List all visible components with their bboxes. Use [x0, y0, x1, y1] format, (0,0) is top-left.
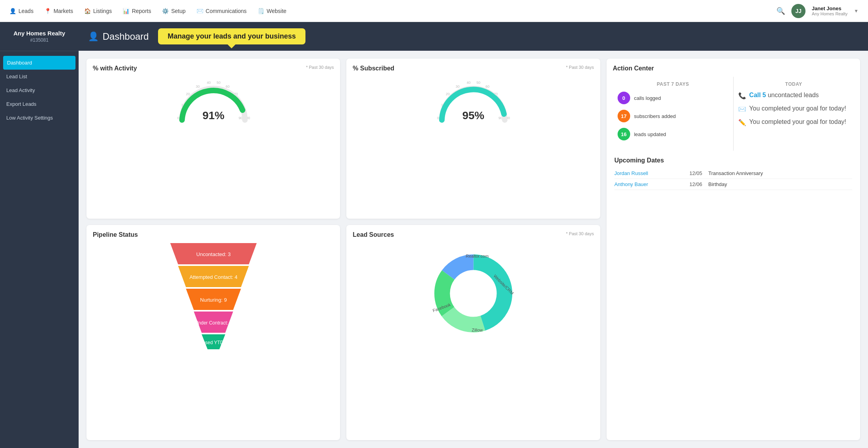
dashboard-content: % with Activity * Past 30 days 0 10 20 3… [79, 51, 868, 448]
listings-icon: 🏠 [84, 8, 91, 14]
svg-text:30: 30 [456, 85, 460, 88]
ac-calls-row: 0 calls logged [618, 92, 728, 104]
svg-text:40: 40 [467, 81, 471, 85]
email-icon: ✉️ [738, 105, 746, 113]
pipeline-title: Pipeline Status [93, 231, 334, 238]
ud-date-jordan: 12/05 [690, 170, 705, 176]
dashboard-banner: Manage your leads and your business [158, 28, 305, 44]
lead-sources-title: Lead Sources [353, 231, 394, 238]
upcoming-dates-title: Upcoming Dates [614, 157, 852, 164]
dashboard-header: 👤 Dashboard Manage your leads and your b… [79, 22, 868, 51]
subscribed-gauge-container: 0 10 20 30 40 50 60 70 80 90 100 [353, 77, 594, 128]
ac-today-call: 📞 Call 5 uncontacted leads [738, 92, 849, 100]
call-icon: 📞 [738, 92, 746, 100]
ac-today-title: TODAY [738, 81, 849, 87]
leads-icon: 👤 [9, 8, 16, 14]
svg-text:20: 20 [446, 92, 450, 96]
ac-past7-title: PAST 7 DAYS [618, 81, 728, 87]
upcoming-date-jordan: Jordan Russell 12/05 Transaction Anniver… [614, 168, 852, 179]
brand-id: #135081 [6, 37, 72, 43]
ud-name-anthony[interactable]: Anthony Bauer [614, 181, 686, 187]
task-icon: ✏️ [738, 119, 746, 126]
activity-gauge-svg: 0 10 20 30 40 50 60 70 80 90 100 [174, 77, 253, 128]
communications-icon: ✉️ [197, 8, 203, 14]
ac-subscribers-row: 17 subscribers added [618, 110, 728, 122]
nav-leads[interactable]: 👤 Leads [9, 6, 33, 16]
upcoming-dates: Upcoming Dates Jordan Russell 12/05 Tran… [613, 157, 854, 190]
main-layout: Any Homes Realty #135081 Dashboard Lead … [0, 22, 868, 448]
ud-date-anthony: 12/06 [690, 181, 705, 187]
subscribed-gauge-card: % Subscribed * Past 30 days 0 10 20 30 4… [346, 59, 600, 219]
svg-text:90: 90 [498, 116, 502, 120]
activity-card-header: % with Activity * Past 30 days [93, 65, 334, 74]
subscribed-gauge-svg: 0 10 20 30 40 50 60 70 80 90 100 [434, 77, 513, 128]
upcoming-date-anthony: Anthony Bauer 12/06 Birthday [614, 179, 852, 190]
svg-text:Attempted Contact: 4: Attempted Contact: 4 [189, 274, 237, 280]
svg-text:20: 20 [186, 92, 190, 96]
email-goal-text: You completed your goal for today! [749, 105, 846, 112]
sidebar-item-lead-activity[interactable]: Lead Activity [0, 83, 79, 97]
user-company: Any Homes Realty [812, 11, 848, 16]
action-center-card: Action Center PAST 7 DAYS 0 calls logged… [607, 59, 860, 440]
donut-container: Website/CRM Realtor.com Zillow Facebook [353, 243, 594, 344]
svg-text:30: 30 [196, 85, 200, 88]
donut-svg: Website/CRM Realtor.com Zillow Facebook [426, 246, 520, 341]
svg-text:91%: 91% [202, 109, 224, 122]
calls-badge: 0 [618, 92, 630, 104]
lead-sources-card: Lead Sources * Past 30 days [346, 225, 600, 440]
reports-icon: 📊 [123, 8, 129, 14]
nav-markets[interactable]: 📍 Markets [44, 6, 73, 16]
svg-text:60: 60 [226, 85, 230, 88]
subscribers-badge: 17 [618, 110, 630, 122]
nav-setup[interactable]: ⚙️ Setup [162, 6, 186, 16]
user-name: Janet Jones [812, 6, 848, 11]
dashboard-title-area: 👤 Dashboard [88, 31, 149, 42]
website-icon: 🗒️ [257, 8, 264, 14]
svg-text:0: 0 [437, 116, 439, 120]
nav-links: 👤 Leads 📍 Markets 🏠 Listings 📊 Reports ⚙… [9, 6, 776, 16]
ud-name-jordan[interactable]: Jordan Russell [614, 170, 686, 176]
ud-event-anthony: Birthday [708, 181, 852, 187]
avatar[interactable]: JJ [791, 4, 805, 18]
leads-badge: 16 [618, 128, 630, 140]
markets-icon: 📍 [44, 8, 51, 14]
search-icon[interactable]: 🔍 [776, 7, 785, 15]
ac-today-task: ✏️ You completed your goal for today! [738, 118, 849, 126]
dashboard-person-icon: 👤 [88, 31, 99, 42]
subscribed-gauge-subtitle: * Past 30 days [566, 65, 594, 70]
call-link[interactable]: Call 5 [749, 92, 766, 98]
svg-text:40: 40 [207, 81, 211, 85]
ac-past7: PAST 7 DAYS 0 calls logged 17 subscriber… [613, 77, 734, 151]
ac-today-email: ✉️ You completed your goal for today! [738, 105, 849, 113]
svg-text:Zillow: Zillow [472, 328, 483, 332]
nav-website[interactable]: 🗒️ Website [257, 6, 286, 16]
svg-text:50: 50 [476, 81, 480, 85]
ac-today: TODAY 📞 Call 5 uncontacted leads ✉️ Yo [734, 77, 854, 151]
sidebar-item-export-leads[interactable]: Export Leads [0, 97, 79, 111]
sidebar-item-lead-list[interactable]: Lead List [0, 70, 79, 83]
sidebar: Any Homes Realty #135081 Dashboard Lead … [0, 22, 79, 448]
subscribers-label: subscribers added [634, 113, 676, 119]
svg-text:Closed YTD: 3: Closed YTD: 3 [198, 340, 229, 345]
pipeline-card: Pipeline Status Uncontacted: 3 Attempted… [86, 225, 340, 440]
nav-communications[interactable]: ✉️ Communications [197, 6, 246, 16]
svg-text:Uncontacted: 3: Uncontacted: 3 [196, 251, 230, 257]
svg-text:Under Contract: 1: Under Contract: 1 [195, 320, 232, 326]
setup-icon: ⚙️ [162, 8, 169, 14]
svg-text:95%: 95% [462, 109, 484, 122]
activity-gauge-card: % with Activity * Past 30 days 0 10 20 3… [86, 59, 340, 219]
call-sub-text: uncontacted leads [768, 92, 819, 98]
content-area: 👤 Dashboard Manage your leads and your b… [79, 22, 868, 448]
nav-right: 🔍 JJ Janet Jones Any Homes Realty ▼ [776, 4, 859, 18]
sidebar-item-dashboard[interactable]: Dashboard [3, 56, 75, 70]
user-dropdown-arrow[interactable]: ▼ [854, 8, 859, 14]
sidebar-nav: Dashboard Lead List Lead Activity Export… [0, 51, 79, 129]
sidebar-item-low-activity[interactable]: Low Activity Settings [0, 111, 79, 125]
brand-name: Any Homes Realty [6, 30, 72, 37]
nav-reports[interactable]: 📊 Reports [123, 6, 151, 16]
svg-point-42 [452, 272, 495, 315]
action-center-inner: PAST 7 DAYS 0 calls logged 17 subscriber… [613, 77, 854, 151]
svg-text:60: 60 [485, 85, 489, 88]
subscribed-card-header: % Subscribed * Past 30 days [353, 65, 594, 74]
nav-listings[interactable]: 🏠 Listings [84, 6, 112, 16]
